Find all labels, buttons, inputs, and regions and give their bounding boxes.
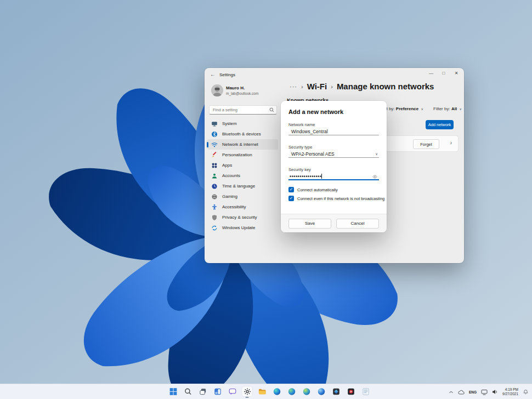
shield-icon [211, 214, 218, 221]
security-key-label: Security key [288, 167, 311, 172]
sort-by-value: Preference [396, 106, 418, 111]
tray-chevron-up-icon[interactable] [449, 390, 454, 395]
search-input[interactable] [209, 105, 277, 115]
system-tray: ENG 4:19 PM 9/27/2021 [449, 384, 529, 399]
filter-by-dropdown[interactable]: Filter by: All ∨ [433, 106, 462, 111]
sidebar-item-label: Privacy & security [222, 215, 257, 220]
search-icon [184, 387, 192, 396]
chevron-down-icon: ∨ [421, 107, 423, 111]
sidebar-item-label: Time & language [222, 184, 255, 189]
sidebar-item-windows-update[interactable]: Windows Update [207, 223, 278, 233]
avatar[interactable] [211, 84, 223, 96]
edge-dev-button[interactable] [287, 386, 297, 396]
search-icon [269, 107, 274, 112]
notes-app-button[interactable] [361, 386, 371, 396]
language-indicator[interactable]: ENG [469, 390, 477, 394]
connect-automatically-checkbox[interactable]: ✓ Connect automatically [288, 187, 338, 192]
close-button[interactable]: ✕ [454, 71, 459, 76]
notification-bell-icon[interactable] [523, 389, 529, 395]
search-field[interactable] [212, 106, 269, 113]
security-type-select[interactable]: WPA2-Personal AES ∨ [288, 150, 379, 158]
accessibility-icon [211, 204, 218, 210]
windows-logo-icon [169, 387, 177, 396]
add-network-button[interactable]: Add network [426, 120, 454, 129]
user-name: Mauro H. [226, 86, 245, 90]
notes-app-icon [361, 387, 370, 396]
dialog-title: Add a new network [288, 109, 343, 115]
clock[interactable]: 4:19 PM 9/27/2021 [502, 387, 518, 396]
xbox-icon [211, 193, 218, 200]
sidebar-nav: System Bluetooth & devices Network & int… [207, 118, 278, 233]
sidebar-item-label: Accessibility [222, 204, 246, 209]
monitor-icon [211, 121, 218, 127]
minimize-button[interactable]: — [428, 71, 434, 76]
media-player-button[interactable] [346, 386, 356, 396]
text-caret [321, 174, 322, 179]
chevron-down-icon: ∨ [459, 107, 461, 111]
chevron-right-icon: › [331, 83, 333, 90]
network-name-label: Network name [288, 122, 315, 127]
sidebar-item-accounts[interactable]: Accounts [207, 170, 278, 181]
chat-button[interactable] [228, 386, 237, 396]
media-player-icon [347, 387, 355, 396]
gear-icon [243, 387, 251, 396]
save-button[interactable]: Save [288, 219, 331, 229]
chevron-right-icon: › [301, 83, 303, 90]
back-button[interactable]: ← [210, 71, 216, 77]
edge-button[interactable] [272, 386, 282, 396]
breadcrumb-item-wifi[interactable]: Wi-Fi [307, 82, 327, 91]
sidebar-item-label: System [222, 121, 237, 126]
connect-hidden-network-checkbox[interactable]: ✓ Connect even if this network is not br… [288, 196, 384, 201]
sidebar-item-label: Network & internet [222, 142, 258, 147]
volume-icon[interactable] [492, 389, 498, 395]
edge-icon [273, 387, 281, 396]
wifi-icon [211, 141, 218, 148]
filter-by-value: All [451, 106, 457, 111]
widgets-icon [213, 387, 222, 396]
onedrive-icon[interactable] [458, 390, 465, 395]
photos-button[interactable] [331, 386, 341, 396]
sidebar-item-network-internet[interactable]: Network & internet [207, 139, 278, 150]
forget-button[interactable]: Forget [413, 139, 439, 149]
network-name-input[interactable]: Windows_Central [288, 128, 379, 135]
add-network-dialog: Add a new network Network name Windows_C… [281, 101, 387, 232]
clock-icon [211, 183, 218, 190]
settings-button[interactable] [242, 386, 252, 396]
reveal-password-icon[interactable] [372, 174, 377, 179]
start-button[interactable] [168, 386, 178, 396]
search-button[interactable] [183, 386, 193, 396]
sidebar-item-label: Personalization [222, 152, 252, 157]
chevron-down-icon: ∨ [375, 152, 378, 156]
window-title: Settings [219, 72, 235, 77]
breadcrumb: ··· › Wi-Fi › Manage known networks [290, 82, 434, 91]
network-icon[interactable] [481, 389, 488, 395]
network-name-value: Windows_Central [291, 129, 328, 134]
checkbox-checked-icon[interactable]: ✓ [288, 187, 294, 192]
sidebar-item-system[interactable]: System [207, 118, 278, 129]
cancel-button[interactable]: Cancel [336, 219, 379, 229]
filter-by-label: Filter by: [433, 106, 450, 111]
sidebar-item-bluetooth-devices[interactable]: Bluetooth & devices [207, 129, 278, 139]
security-key-input[interactable]: •••••••••••••••• [288, 173, 379, 180]
edge-beta-button[interactable] [302, 386, 312, 396]
breadcrumb-overflow-button[interactable]: ··· [290, 83, 297, 90]
sidebar-item-label: Accounts [222, 173, 240, 178]
sidebar-item-apps[interactable]: Apps [207, 160, 278, 170]
sidebar-item-gaming[interactable]: Gaming [207, 191, 278, 202]
sidebar-item-label: Windows Update [222, 225, 255, 230]
task-view-button[interactable] [198, 386, 208, 396]
sidebar-item-accessibility[interactable]: Accessibility [207, 202, 278, 212]
maximize-button[interactable]: □ [441, 71, 446, 76]
file-explorer-button[interactable] [257, 386, 267, 396]
sidebar-item-time-language[interactable]: Time & language [207, 181, 278, 191]
update-icon [211, 225, 218, 231]
sidebar-item-label: Apps [222, 163, 232, 168]
brush-icon [211, 152, 218, 158]
widgets-button[interactable] [213, 386, 223, 396]
security-key-value: •••••••••••••••• [290, 174, 321, 179]
sidebar-item-label: Bluetooth & devices [222, 132, 261, 136]
edge-canary-button[interactable] [316, 386, 326, 396]
checkbox-checked-icon[interactable]: ✓ [288, 196, 294, 201]
sidebar-item-personalization[interactable]: Personalization [207, 150, 278, 160]
sidebar-item-privacy-security[interactable]: Privacy & security [207, 212, 278, 223]
